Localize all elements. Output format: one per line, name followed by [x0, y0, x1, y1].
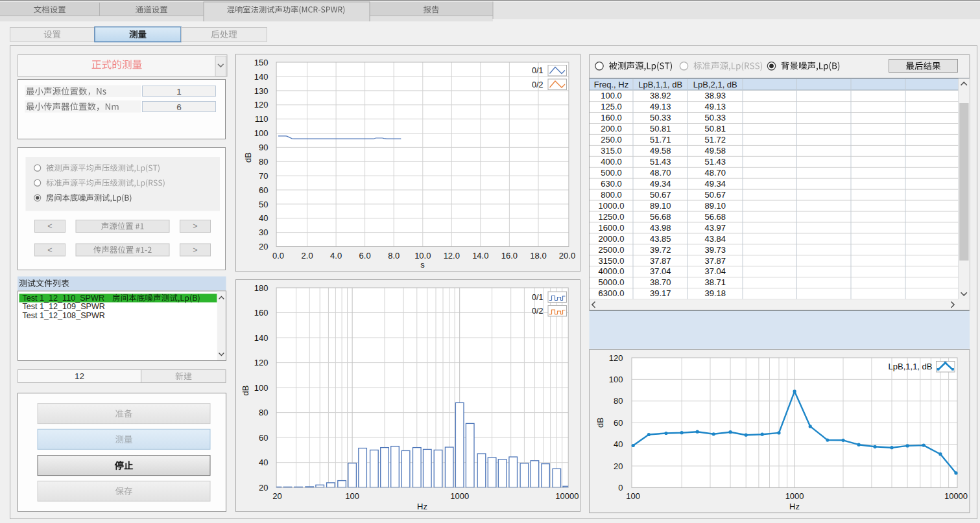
svg-text:20: 20: [272, 491, 281, 501]
svg-text:39.72: 39.72: [650, 245, 671, 255]
svg-text:40: 40: [614, 439, 623, 449]
svg-text:80: 80: [614, 396, 623, 406]
svg-text:40: 40: [259, 213, 268, 223]
svg-text:51.43: 51.43: [705, 157, 726, 167]
svg-text:>: >: [193, 222, 197, 231]
svg-text:250.0: 250.0: [601, 135, 622, 145]
svg-text:2500.0: 2500.0: [599, 245, 625, 255]
svg-text:39.18: 39.18: [705, 288, 726, 298]
svg-text:50.33: 50.33: [705, 113, 726, 122]
svg-text:38.92: 38.92: [650, 91, 671, 100]
svg-text:100: 100: [609, 375, 623, 384]
svg-text:56.68: 56.68: [705, 212, 726, 222]
svg-text:2000.0: 2000.0: [599, 234, 625, 244]
svg-text:100.0: 100.0: [601, 91, 622, 100]
svg-text:3150.0: 3150.0: [599, 256, 625, 266]
svg-text:630.0: 630.0: [601, 179, 622, 189]
svg-text:LpB,2,1, dB: LpB,2,1, dB: [693, 80, 737, 89]
svg-text:130: 130: [254, 86, 269, 96]
svg-text:37.04: 37.04: [650, 266, 671, 276]
svg-text:50.81: 50.81: [650, 124, 671, 134]
svg-text:49.13: 49.13: [650, 102, 671, 111]
svg-text:1000: 1000: [785, 491, 804, 501]
svg-text:0/2: 0/2: [532, 307, 543, 316]
svg-text:49.58: 49.58: [650, 146, 671, 156]
svg-text:39.73: 39.73: [705, 245, 726, 255]
svg-text:8.0: 8.0: [388, 251, 400, 261]
svg-text:4.0: 4.0: [330, 251, 342, 261]
svg-text:50.33: 50.33: [650, 113, 671, 122]
svg-text:100: 100: [345, 491, 359, 501]
svg-text:0/1: 0/1: [532, 293, 543, 302]
svg-text:800.0: 800.0: [601, 190, 622, 200]
svg-text:LpB,1,1, dB: LpB,1,1, dB: [889, 362, 933, 371]
svg-text:125.0: 125.0: [601, 102, 622, 111]
svg-text:1: 1: [176, 87, 182, 97]
svg-text:49.34: 49.34: [705, 179, 726, 189]
svg-text:s: s: [420, 260, 425, 270]
svg-text:4000.0: 4000.0: [599, 266, 625, 276]
svg-text:0: 0: [618, 483, 623, 493]
svg-text:6300.0: 6300.0: [599, 288, 625, 298]
svg-text:12: 12: [75, 371, 84, 381]
svg-text:1000.0: 1000.0: [599, 201, 625, 211]
svg-text:200.0: 200.0: [601, 124, 622, 134]
svg-text:38.71: 38.71: [705, 277, 726, 287]
svg-text:180: 180: [254, 283, 269, 293]
svg-text:dB: dB: [243, 152, 253, 163]
svg-text:6: 6: [176, 102, 182, 112]
svg-text:400.0: 400.0: [601, 157, 622, 167]
svg-text:>: >: [193, 246, 197, 255]
svg-text:LpB,1,1, dB: LpB,1,1, dB: [638, 80, 682, 89]
svg-text:100: 100: [254, 128, 269, 138]
svg-text:43.98: 43.98: [650, 223, 671, 233]
svg-text:110: 110: [255, 114, 269, 124]
svg-text:140: 140: [254, 333, 269, 343]
svg-text:51.72: 51.72: [705, 135, 726, 145]
svg-text:50.67: 50.67: [650, 190, 671, 200]
svg-text:39.17: 39.17: [650, 288, 671, 298]
svg-text:20: 20: [614, 461, 623, 471]
svg-text:43.84: 43.84: [705, 234, 726, 244]
svg-text:5000.0: 5000.0: [599, 277, 625, 287]
svg-text:37.87: 37.87: [705, 256, 726, 266]
svg-text:140: 140: [254, 72, 269, 82]
svg-text:56.68: 56.68: [650, 212, 671, 222]
svg-text:500.0: 500.0: [601, 168, 622, 178]
svg-text:150: 150: [254, 58, 269, 67]
svg-text:12.0: 12.0: [444, 251, 460, 261]
svg-text:48.70: 48.70: [705, 168, 726, 178]
svg-text:120: 120: [254, 100, 269, 110]
svg-text:0.0: 0.0: [272, 251, 284, 261]
svg-text:1600.0: 1600.0: [599, 223, 625, 233]
svg-text:43.97: 43.97: [705, 223, 726, 233]
svg-text:dB: dB: [241, 386, 250, 396]
svg-text:80: 80: [259, 157, 268, 167]
svg-text:37.87: 37.87: [650, 256, 671, 266]
svg-text:Test 1_12_109_SPWR: Test 1_12_109_SPWR: [23, 302, 105, 311]
svg-text:43.85: 43.85: [650, 234, 671, 244]
svg-text:50.67: 50.67: [705, 190, 726, 200]
svg-text:100: 100: [626, 491, 640, 501]
svg-text:49.34: 49.34: [650, 179, 671, 189]
svg-text:<: <: [47, 246, 52, 255]
svg-text:50: 50: [259, 200, 268, 209]
svg-text:60: 60: [259, 433, 268, 443]
svg-text:315.0: 315.0: [601, 146, 622, 156]
svg-text:160: 160: [254, 308, 269, 318]
svg-text:Test 1_12_108_SPWR: Test 1_12_108_SPWR: [23, 311, 105, 320]
svg-text:40: 40: [259, 458, 268, 467]
svg-text:38.70: 38.70: [650, 277, 671, 287]
svg-text:1250.0: 1250.0: [599, 212, 625, 222]
svg-text:38.93: 38.93: [705, 91, 726, 100]
svg-text:50.81: 50.81: [705, 124, 726, 134]
svg-text:2.0: 2.0: [302, 251, 313, 261]
svg-text:89.10: 89.10: [705, 201, 726, 211]
svg-text:<: <: [47, 222, 52, 231]
svg-text:Test 1_12_110_SPWR: Test 1_12_110_SPWR: [23, 294, 104, 303]
svg-text:60: 60: [259, 185, 268, 195]
svg-text:14.0: 14.0: [472, 251, 488, 261]
svg-text:Hz: Hz: [417, 502, 427, 511]
svg-text:6.0: 6.0: [359, 251, 371, 261]
svg-text:20: 20: [259, 483, 268, 493]
